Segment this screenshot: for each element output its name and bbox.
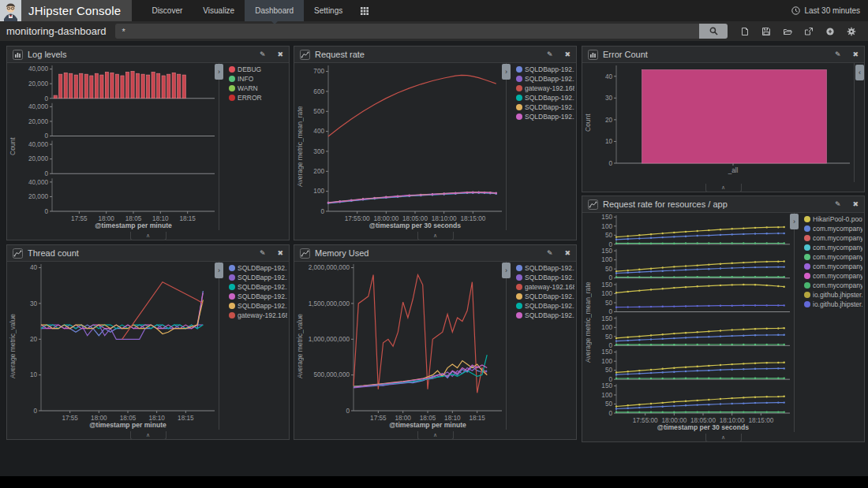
svg-text:0: 0 (608, 160, 612, 167)
svg-text:0: 0 (44, 170, 48, 177)
edit-panel-icon[interactable]: ✎ (835, 50, 841, 58)
legend-color-dot (229, 95, 235, 101)
remove-panel-icon[interactable]: ✖ (277, 249, 283, 257)
legend-item[interactable]: SQLDBapp-192.168.4... (510, 263, 574, 273)
legend-label: SQLDBapp-192.168.4... (525, 94, 574, 102)
new-dashboard-button[interactable] (734, 24, 755, 39)
legend-color-dot (516, 66, 522, 73)
legend-item[interactable]: io.github.jhipster.web.r... (798, 300, 862, 309)
apps-grid-button[interactable] (353, 0, 376, 21)
svg-text:50: 50 (605, 300, 613, 307)
legend-item[interactable]: HikariPool-0.pool.Wait (798, 214, 862, 224)
svg-text:50: 50 (605, 400, 613, 408)
legend-item[interactable]: com.mycompany.myap... (798, 271, 862, 281)
apps-grid-icon (361, 7, 369, 15)
add-visualization-button[interactable] (819, 24, 840, 39)
panel-collapse-button[interactable]: ∧ (417, 232, 454, 240)
edit-panel-icon[interactable]: ✎ (835, 200, 841, 208)
legend-toggle[interactable]: › (790, 214, 799, 229)
legend-color-dot (229, 293, 235, 300)
remove-panel-icon[interactable]: ✖ (852, 50, 859, 58)
legend-item[interactable]: com.mycompany.myap... (798, 233, 862, 243)
svg-text:600: 600 (313, 88, 324, 95)
panel-collapse-button[interactable]: ∧ (130, 232, 166, 240)
svg-text:150: 150 (601, 281, 612, 289)
remove-panel-icon[interactable]: ✖ (564, 249, 571, 257)
svg-text:30: 30 (30, 300, 38, 307)
legend-toggle[interactable]: › (215, 64, 223, 80)
legend-item[interactable]: SQLDBapp-192.168.4... (510, 292, 574, 301)
dashboard-options-button[interactable] (840, 24, 862, 39)
legend-color-dot (804, 282, 810, 289)
panel-log-levels: Log levels ✎ ✖ Count 020,00040,000020,00… (6, 46, 290, 240)
legend-item[interactable]: SQLDBapp-192.168.4... (510, 273, 574, 282)
remove-panel-icon[interactable]: ✖ (277, 50, 283, 58)
legend-item[interactable]: SQLDBapp-192.168.4... (223, 282, 287, 292)
svg-text:10: 10 (30, 371, 38, 378)
panel-title: Request rate (315, 50, 535, 59)
edit-panel-icon[interactable]: ✎ (260, 50, 266, 58)
query-input[interactable] (115, 24, 699, 39)
legend-item[interactable]: SQLDBapp-192.168.4... (510, 93, 574, 102)
legend-item[interactable]: SQLDBapp-192.168.4... (510, 311, 574, 320)
legend-item[interactable]: SQLDBapp-192.168.4... (223, 292, 287, 301)
legend-toggle[interactable]: ‹ (855, 65, 864, 80)
legend-item[interactable]: gateway-192.168.43.8:... (510, 84, 574, 93)
remove-panel-icon[interactable]: ✖ (852, 200, 859, 208)
legend-label: SQLDBapp-192.168.4... (238, 283, 287, 291)
dashboard-grid: Log levels ✎ ✖ Count 020,00040,000020,00… (0, 41, 868, 476)
tab-discover[interactable]: Discover (141, 0, 193, 21)
legend-item[interactable]: SQLDBapp-192.168.4... (223, 301, 287, 311)
legend-item[interactable]: SQLDBapp-192.168.4... (510, 301, 574, 311)
legend-item[interactable]: com.mycompany.myap... (798, 224, 862, 233)
legend-item[interactable]: SQLDBapp-192.168.4... (223, 263, 287, 273)
tab-dashboard[interactable]: Dashboard (245, 0, 304, 21)
legend-label: gateway-192.168.43.8:... (525, 84, 574, 92)
svg-text:40,000: 40,000 (28, 179, 48, 186)
y-axis-title: Average metric_value (294, 262, 305, 430)
search-button[interactable] (699, 24, 728, 39)
save-dashboard-button[interactable] (755, 24, 776, 39)
share-dashboard-button[interactable] (798, 24, 819, 39)
legend-item[interactable]: com.mycompany.myap... (798, 281, 862, 290)
legend-item[interactable]: SQLDBapp-192.168.4... (510, 65, 574, 74)
tab-settings[interactable]: Settings (304, 0, 353, 21)
legend-item[interactable]: gateway-192.168.43.8:... (223, 311, 287, 320)
legend-item[interactable]: SQLDBapp-192.168.4... (510, 112, 574, 121)
legend-item[interactable]: com.mycompany.myap... (798, 262, 862, 271)
panel-collapse-button[interactable]: ∧ (705, 184, 742, 192)
y-axis-title: Count (7, 63, 17, 230)
edit-panel-icon[interactable]: ✎ (547, 50, 553, 58)
svg-text:30: 30 (605, 95, 613, 102)
svg-text:150: 150 (601, 382, 612, 389)
panel-collapse-button[interactable]: ∧ (417, 431, 454, 440)
legend-toggle[interactable]: › (502, 64, 511, 80)
legend-item[interactable]: DEBUG (223, 65, 287, 74)
legend-label: SQLDBapp-192.168.4... (525, 292, 574, 300)
legend-item[interactable]: ERROR (223, 93, 287, 102)
legend-item[interactable]: com.mycompany.myap... (798, 243, 862, 252)
bar-chart-icon (588, 50, 598, 60)
legend-toggle[interactable]: › (502, 263, 511, 278)
tab-visualize[interactable]: Visualize (193, 0, 245, 21)
panel-collapse-button[interactable]: ∧ (130, 431, 166, 440)
legend-item[interactable]: SQLDBapp-192.168.4... (510, 102, 574, 112)
time-range-picker[interactable]: Last 30 minutes (791, 6, 860, 15)
legend-item[interactable]: io.github.jhipster.web.r... (798, 290, 862, 300)
edit-panel-icon[interactable]: ✎ (260, 249, 266, 257)
legend-item[interactable]: com.mycompany.myap... (798, 252, 862, 262)
legend-item[interactable]: SQLDBapp-192.168.4... (510, 74, 574, 84)
legend-label: SQLDBapp-192.168.4... (525, 264, 574, 272)
open-dashboard-button[interactable] (776, 24, 798, 39)
panel-collapse-button[interactable]: ∧ (705, 434, 742, 442)
legend-item[interactable]: INFO (223, 74, 287, 84)
legend-toggle[interactable]: › (215, 263, 223, 278)
legend-item[interactable]: gateway-192.168.43.8:... (510, 282, 574, 292)
legend-item[interactable]: WARN (223, 84, 287, 93)
line-chart-icon (13, 248, 23, 259)
panel-thread-count: Thread count ✎ ✖ Average metric_value 01… (6, 244, 290, 440)
remove-panel-icon[interactable]: ✖ (564, 50, 571, 58)
edit-panel-icon[interactable]: ✎ (547, 249, 553, 257)
legend-item[interactable]: SQLDBapp-192.168.4... (223, 273, 287, 282)
brand[interactable]: JHipster Console (0, 0, 132, 21)
